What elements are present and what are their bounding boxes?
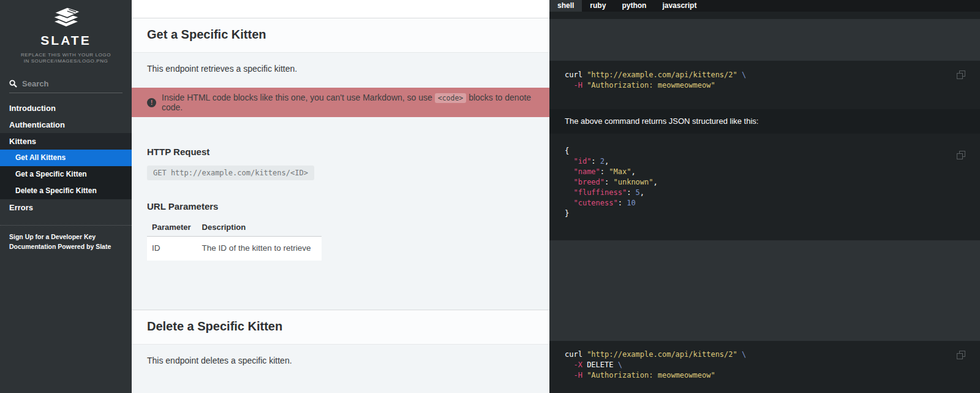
previous-code-block-tail <box>549 12 980 19</box>
exclamation-circle-icon: ! <box>147 98 156 107</box>
section-description: This endpoint retrieves a specific kitte… <box>147 64 534 74</box>
section-title: Delete a Specific Kitten <box>147 319 534 334</box>
code-annotation: The above command returns JSON structure… <box>549 109 980 134</box>
sidebar-item-authentication[interactable]: Authentication <box>0 116 132 133</box>
page-title: Get a Specific Kitten <box>147 28 534 42</box>
table-header-description: Description <box>197 219 322 237</box>
url-parameters-table: Parameter Description ID The ID of the k… <box>147 219 322 261</box>
examples-gap <box>549 19 980 61</box>
url-parameters-heading: URL Parameters <box>147 201 534 212</box>
curl-get-code: curl "http://example.com/api/kittens/2" … <box>565 70 965 91</box>
param-name-cell: ID <box>147 237 197 261</box>
signup-developer-key-link[interactable]: Sign Up for a Developer Key <box>9 232 123 242</box>
section-heading-band: Delete a Specific Kitten <box>132 310 549 345</box>
http-request-endpoint: GET http://example.com/kittens/<ID> <box>147 166 314 180</box>
copy-icon[interactable] <box>957 151 967 161</box>
sidebar-nav: Introduction Authentication Kittens Get … <box>0 100 132 216</box>
main-content: Get a Specific Kitten This endpoint retr… <box>132 0 549 393</box>
curl-delete-code: curl "http://example.com/api/kittens/2" … <box>565 349 965 381</box>
search-input[interactable] <box>22 79 114 88</box>
sidebar-submenu-kittens: Get All Kittens Get a Specific Kitten De… <box>0 150 132 199</box>
section-get-a-specific-kitten: Get a Specific Kitten This endpoint retr… <box>132 18 549 261</box>
examples-gap <box>549 240 980 341</box>
slate-books-icon <box>48 6 84 28</box>
curl-get-code-block: curl "http://example.com/api/kittens/2" … <box>549 61 980 109</box>
curl-delete-code-block: curl "http://example.com/api/kittens/2" … <box>549 341 980 393</box>
language-tabs: shell ruby python javascript <box>549 0 980 12</box>
tab-javascript[interactable]: javascript <box>654 0 704 12</box>
table-row: ID The ID of the kitten to retrieve <box>147 237 322 261</box>
json-response-code: { "id": 2, "name": "Max", "breed": "unkn… <box>565 146 965 219</box>
sidebar-item-delete-a-specific-kitten[interactable]: Delete a Specific Kitten <box>0 183 132 199</box>
section-description: This endpoint deletes a specific kitten. <box>147 356 534 365</box>
section-delete-a-specific-kitten: Delete a Specific Kitten This endpoint d… <box>132 310 549 393</box>
section-heading-band: Get a Specific Kitten <box>132 18 549 53</box>
sidebar-item-get-a-specific-kitten[interactable]: Get a Specific Kitten <box>0 166 132 183</box>
table-header-row: Parameter Description <box>147 219 322 237</box>
warning-text: Inside HTML code blocks like this one, y… <box>162 93 534 112</box>
param-description-cell: The ID of the kitten to retrieve <box>197 237 322 261</box>
powered-by-slate-link[interactable]: Documentation Powered by Slate <box>9 242 123 251</box>
sidebar-footer: Sign Up for a Developer Key Documentatio… <box>0 225 132 251</box>
copy-icon[interactable] <box>957 71 967 80</box>
json-response-code-block: { "id": 2, "name": "Max", "breed": "unkn… <box>549 134 980 240</box>
tab-python[interactable]: python <box>614 0 654 12</box>
sidebar-item-introduction[interactable]: Introduction <box>0 100 132 116</box>
sidebar-item-get-all-kittens[interactable]: Get All Kittens <box>0 150 132 166</box>
previous-section-tail <box>132 0 549 18</box>
logo: SLATE REPLACE THIS WITH YOUR LOGO IN SOU… <box>0 0 132 64</box>
copy-icon[interactable] <box>957 351 967 361</box>
annotation-text: The above command returns JSON structure… <box>565 116 965 126</box>
sidebar-item-errors[interactable]: Errors <box>0 199 132 216</box>
sidebar-item-kittens[interactable]: Kittens <box>0 133 132 150</box>
logo-title: SLATE <box>0 33 132 48</box>
search-icon <box>9 80 17 88</box>
http-request-heading: HTTP Request <box>147 147 534 157</box>
table-header-parameter: Parameter <box>147 219 197 237</box>
inline-code: <code> <box>435 93 467 103</box>
logo-subtitle: REPLACE THIS WITH YOUR LOGO IN SOURCE/IM… <box>0 52 132 64</box>
code-examples-panel: shell ruby python javascript curl "http:… <box>549 0 980 393</box>
search-bar <box>9 79 123 93</box>
sidebar: SLATE REPLACE THIS WITH YOUR LOGO IN SOU… <box>0 0 132 393</box>
sidebar-group-kittens: Kittens Get All Kittens Get a Specific K… <box>0 133 132 199</box>
tab-shell[interactable]: shell <box>549 0 582 12</box>
tab-ruby[interactable]: ruby <box>582 0 614 12</box>
warning-banner: ! Inside HTML code blocks like this one,… <box>132 88 549 117</box>
